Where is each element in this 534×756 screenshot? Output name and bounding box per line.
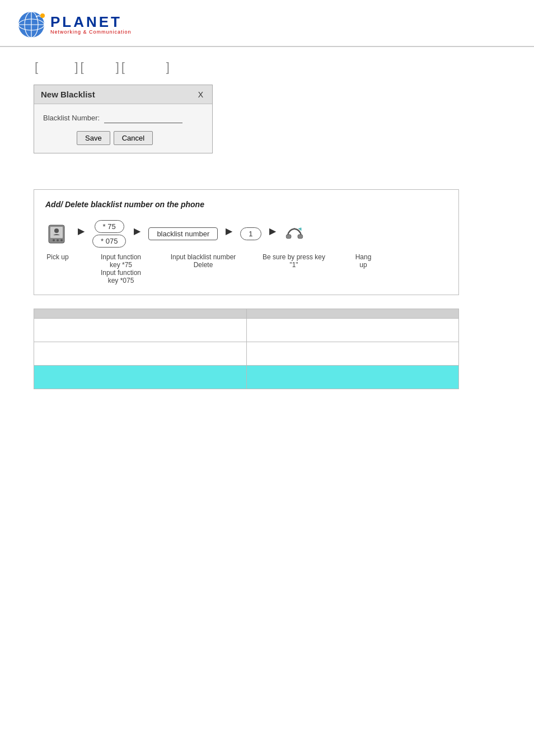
dialog-body: Blacklist Number: Save Cancel bbox=[34, 104, 212, 153]
table-header-col2 bbox=[246, 309, 459, 319]
logo-globe-icon bbox=[17, 10, 46, 39]
nav-bracket-4: ] bbox=[115, 60, 120, 74]
label-function-key: Input function key *75Input function key… bbox=[96, 253, 146, 284]
key-075-label: * 075 bbox=[92, 235, 126, 248]
dialog-button-row: Save Cancel bbox=[43, 131, 203, 145]
flow-diagram-row: ▶ * 75 * 075 ▶ blacklist number ▶ 1 ▶ bbox=[45, 220, 447, 248]
nav-bracket-6: ] bbox=[165, 60, 171, 74]
table-cell bbox=[246, 342, 459, 366]
logo: PLANET Networking & Communication bbox=[17, 10, 132, 39]
arrow-3-icon: ▶ bbox=[226, 226, 232, 236]
blacklist-number-input[interactable] bbox=[104, 112, 182, 123]
nav-tab-2[interactable] bbox=[85, 58, 115, 74]
label-blacklist-num: Input blacklist numberDelete bbox=[170, 253, 237, 269]
new-blacklist-dialog: New Blacklist X Blacklist Number: Save C… bbox=[34, 85, 213, 153]
blacklist-number-label: Blacklist Number: bbox=[43, 114, 100, 122]
save-button[interactable]: Save bbox=[77, 131, 110, 145]
svg-rect-12 bbox=[286, 234, 291, 238]
blacklist-number-rect-label: blacklist number bbox=[148, 227, 218, 240]
dialog-close-button[interactable]: X bbox=[196, 90, 205, 99]
table-row bbox=[34, 319, 459, 342]
nav-bracket-5: [ bbox=[120, 60, 126, 74]
main-content: [ ] [ ] [ ] New Blacklist X Blacklist Nu… bbox=[0, 47, 534, 412]
instruction-box: Add/ Delete blacklist number on the phon… bbox=[34, 189, 459, 295]
svg-point-5 bbox=[40, 13, 45, 18]
logo-text: PLANET Networking & Communication bbox=[50, 15, 132, 35]
blacklist-table bbox=[34, 309, 459, 389]
instruction-title: Add/ Delete blacklist number on the phon… bbox=[45, 200, 447, 209]
table-cell bbox=[34, 342, 247, 366]
flow-phone bbox=[45, 223, 70, 245]
table-cell bbox=[246, 319, 459, 342]
table-cell bbox=[34, 319, 247, 342]
svg-rect-13 bbox=[298, 234, 303, 238]
hangup-icon bbox=[284, 225, 305, 244]
key-75-label: * 75 bbox=[95, 220, 124, 233]
cancel-button[interactable]: Cancel bbox=[114, 131, 153, 145]
dialog-title-bar: New Blacklist X bbox=[34, 85, 212, 104]
table-cell-cyan bbox=[246, 366, 459, 389]
nav-tab-1[interactable] bbox=[39, 58, 73, 74]
svg-point-10 bbox=[60, 239, 63, 241]
blacklist-number-box: blacklist number bbox=[148, 227, 218, 240]
svg-point-8 bbox=[53, 239, 55, 241]
blacklist-number-row: Blacklist Number: bbox=[43, 112, 203, 123]
arrow-4-icon: ▶ bbox=[269, 226, 276, 236]
phone-icon bbox=[45, 223, 70, 245]
arrow-2-icon: ▶ bbox=[134, 226, 140, 236]
nav-bracket-3: [ bbox=[79, 60, 85, 74]
flow-labels-row: Pick up Input function key *75Input func… bbox=[45, 253, 447, 284]
table-cell-cyan bbox=[34, 366, 247, 389]
dialog-title: New Blacklist bbox=[41, 90, 95, 99]
function-key-box: * 75 * 075 bbox=[92, 220, 126, 248]
nav-bar: [ ] [ ] [ ] bbox=[34, 58, 500, 74]
table-row-highlighted[interactable] bbox=[34, 366, 459, 389]
logo-name: PLANET bbox=[50, 15, 132, 29]
svg-point-11 bbox=[54, 228, 59, 233]
table-header-col1 bbox=[34, 309, 247, 319]
arrow-1-icon: ▶ bbox=[78, 226, 85, 236]
nav-bracket-2: ] bbox=[73, 60, 79, 74]
label-pickup: Pick up bbox=[45, 253, 70, 261]
header: PLANET Networking & Communication bbox=[0, 0, 534, 47]
label-hangup: Hang up bbox=[351, 253, 376, 269]
label-confirm: Be sure by press key "1" bbox=[260, 253, 327, 269]
logo-tagline: Networking & Communication bbox=[50, 29, 132, 35]
confirm-key-box: 1 bbox=[240, 227, 261, 240]
flow-hangup bbox=[284, 225, 305, 244]
nav-tab-3[interactable] bbox=[126, 58, 165, 74]
svg-point-9 bbox=[57, 239, 59, 241]
confirm-key-1-label: 1 bbox=[240, 227, 261, 240]
nav-bracket-1: [ bbox=[34, 60, 39, 74]
table-row bbox=[34, 342, 459, 366]
